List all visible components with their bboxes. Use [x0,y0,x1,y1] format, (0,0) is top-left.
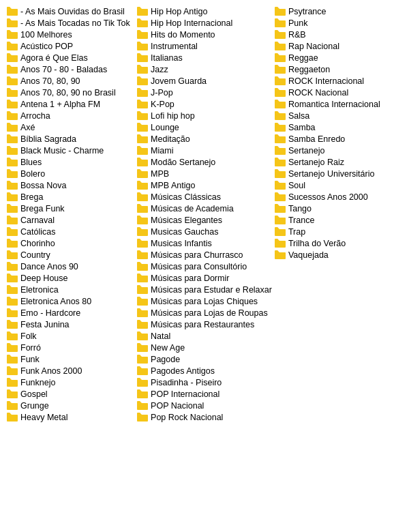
folder-item[interactable]: Agora é Que Elas [5,52,136,63]
folder-item[interactable]: Romantica Internacional [273,98,404,110]
folder-item[interactable]: Funknejo [5,376,136,388]
folder-label: Country [20,250,50,260]
folder-item[interactable]: Sertanejo [273,145,404,156]
folder-item[interactable]: Samba Enredo [273,133,404,145]
folder-item[interactable]: Forró [5,342,136,353]
folder-item[interactable]: Natal [136,330,273,342]
folder-icon [7,250,18,259]
folder-item[interactable]: Músicas para Restaurantes [136,319,273,330]
folder-item[interactable]: Lounge [136,121,273,133]
folder-item[interactable]: Tango [273,203,404,214]
folder-item[interactable]: Músicas para Dormir [136,272,273,284]
folder-item[interactable]: Festa Junina [5,319,136,330]
folder-item[interactable]: J-Pop [136,87,273,98]
folder-item[interactable]: Pagodes Antigos [136,365,273,376]
folder-item[interactable]: Folk [5,330,136,342]
folder-item[interactable]: Católicas [5,226,136,237]
folder-item[interactable]: Músicas para Lojas Chiques [136,295,273,307]
folder-item[interactable]: Trilha do Verão [273,237,404,249]
folder-item[interactable]: Trap [273,226,404,237]
folder-item[interactable]: New Age [136,342,273,353]
folder-item[interactable]: Arrocha [5,110,136,121]
folder-item[interactable]: Brega [5,191,136,203]
folder-item[interactable]: Hip Hop Internacional [136,17,273,29]
folder-item[interactable]: POP Internacional [136,388,273,400]
folder-item[interactable]: Músicas para Lojas de Roupas [136,307,273,319]
folder-item[interactable]: Pagode [136,353,273,365]
folder-item[interactable]: Musicas Gauchas [136,226,273,237]
folder-item[interactable]: Anos 70, 80, 90 [5,75,136,87]
folder-item[interactable]: Dance Anos 90 [5,261,136,272]
folder-item[interactable]: Axé [5,121,136,133]
folder-item[interactable]: Bolero [5,168,136,179]
folder-item[interactable]: ROCK Internacional [273,75,404,87]
folder-item[interactable]: Blues [5,156,136,168]
folder-item[interactable]: Funk [5,353,136,365]
folder-item[interactable]: Rap Nacional [273,40,404,52]
folder-item[interactable]: Emo - Hardcore [5,307,136,319]
folder-item[interactable]: Jazz [136,63,273,75]
folder-item[interactable]: Reggae [273,52,404,63]
folder-item[interactable]: Italianas [136,52,273,63]
folder-item[interactable]: MPB [136,168,273,179]
folder-item[interactable]: Músicas para Consultório [136,261,273,272]
folder-item[interactable]: Funk Anos 2000 [5,365,136,376]
folder-icon [137,18,148,27]
folder-item[interactable]: - As Mais Tocadas no Tik Tok [5,17,136,29]
folder-item[interactable]: Músicas Clássicas [136,191,273,203]
folder-item[interactable]: K-Pop [136,98,273,110]
folder-item[interactable]: Sertanejo Raiz [273,156,404,168]
folder-item[interactable]: Punk [273,17,404,29]
folder-item[interactable]: ROCK Nacional [273,87,404,98]
folder-item[interactable]: Bossa Nova [5,179,136,191]
folder-label: - As Mais Tocadas no Tik Tok [20,18,130,28]
folder-item[interactable]: Antena 1 + Alpha FM [5,98,136,110]
folder-item[interactable]: Psytrance [273,5,404,17]
folder-item[interactable]: Reggaeton [273,63,404,75]
folder-item[interactable]: Salsa [273,110,404,121]
folder-item[interactable]: Músicas para Estudar e Relaxar [136,284,273,295]
folder-item[interactable]: Trance [273,214,404,226]
folder-item[interactable]: Pop Rock Nacional [136,411,273,423]
folder-item[interactable]: Grunge [5,400,136,411]
folder-item[interactable]: Instrumental [136,40,273,52]
folder-item[interactable]: - As Mais Ouvidas do Brasil [5,5,136,17]
folder-item[interactable]: Eletronica Anos 80 [5,295,136,307]
folder-item[interactable]: Musicas Infantis [136,237,273,249]
folder-item[interactable]: Músicas para Churrasco [136,249,273,261]
folder-item[interactable]: Músicas Elegantes [136,214,273,226]
folder-item[interactable]: Brega Funk [5,203,136,214]
folder-item[interactable]: Modão Sertanejo [136,156,273,168]
folder-item[interactable]: Country [5,249,136,261]
folder-item[interactable]: Lofi hip hop [136,110,273,121]
folder-item[interactable]: Gospel [5,388,136,400]
folder-item[interactable]: Jovem Guarda [136,75,273,87]
folder-item[interactable]: Samba [273,121,404,133]
folder-item[interactable]: POP Nacional [136,400,273,411]
folder-item[interactable]: Sucessos Anos 2000 [273,191,404,203]
folder-item[interactable]: Chorinho [5,237,136,249]
folder-item[interactable]: MPB Antigo [136,179,273,191]
folder-item[interactable]: 100 Melhores [5,29,136,40]
folder-item[interactable]: R&B [273,29,404,40]
folder-item[interactable]: Bíblia Sagrada [5,133,136,145]
folder-item[interactable]: Heavy Metal [5,411,136,423]
folder-item[interactable]: Músicas de Academia [136,203,273,214]
folder-item[interactable]: Meditação [136,133,273,145]
folder-item[interactable]: Vaquejada [273,249,404,261]
folder-item[interactable]: Soul [273,179,404,191]
folder-item[interactable]: Carnaval [5,214,136,226]
folder-item[interactable]: Black Music - Charme [5,145,136,156]
folder-item[interactable]: Acústico POP [5,40,136,52]
folder-item[interactable]: Anos 70 - 80 - Baladas [5,63,136,75]
folder-label: Blues [20,158,42,167]
folder-item[interactable]: Hits do Momento [136,29,273,40]
folder-item[interactable]: Eletronica [5,284,136,295]
folder-item[interactable]: Deep House [5,272,136,284]
folder-item[interactable]: Hip Hop Antigo [136,5,273,17]
folder-icon [7,343,18,352]
folder-item[interactable]: Pisadinha - Piseiro [136,376,273,388]
folder-item[interactable]: Miami [136,145,273,156]
folder-item[interactable]: Anos 70, 80, 90 no Brasil [5,87,136,98]
folder-item[interactable]: Sertanejo Universitário [273,168,404,179]
